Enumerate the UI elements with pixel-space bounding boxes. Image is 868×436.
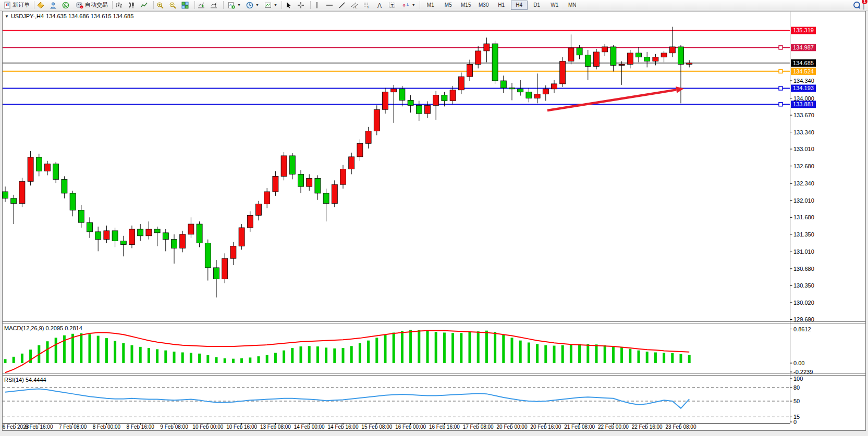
- candle[interactable]: [442, 95, 447, 101]
- candle[interactable]: [500, 81, 506, 88]
- price-chart[interactable]: 134.340134.000133.670133.340133.010132.6…: [0, 0, 868, 436]
- candle[interactable]: [19, 181, 25, 203]
- candle[interactable]: [669, 47, 675, 53]
- candle[interactable]: [636, 53, 642, 57]
- candle[interactable]: [28, 157, 33, 181]
- candle[interactable]: [129, 229, 135, 245]
- bar-chart-icon[interactable]: [115, 1, 126, 9]
- candle[interactable]: [11, 198, 17, 204]
- collapse-triangle-icon[interactable]: ▼: [5, 14, 9, 19]
- candle[interactable]: [552, 84, 557, 89]
- candle[interactable]: [45, 164, 51, 171]
- candle[interactable]: [619, 64, 625, 65]
- line-handle[interactable]: [779, 46, 783, 49]
- candle[interactable]: [585, 55, 591, 67]
- candle[interactable]: [518, 89, 523, 92]
- timeframe-button-M5[interactable]: M5: [440, 1, 457, 10]
- autotrade-button[interactable]: 自动交易: [74, 0, 110, 10]
- text-tool-icon[interactable]: A: [375, 1, 387, 9]
- tile-windows-icon[interactable]: [181, 1, 192, 9]
- line-handle[interactable]: [779, 103, 783, 106]
- cursor-icon[interactable]: [284, 1, 296, 9]
- candle[interactable]: [391, 89, 397, 92]
- chart-title[interactable]: ▼ USDJPY-,H4 134.635 134.686 134.615 134…: [5, 13, 133, 19]
- candle[interactable]: [95, 232, 101, 240]
- candle[interactable]: [112, 231, 118, 241]
- candle[interactable]: [661, 53, 667, 57]
- candle[interactable]: [154, 229, 160, 233]
- timeframe-button-D1[interactable]: D1: [529, 1, 545, 10]
- candle[interactable]: [146, 229, 152, 236]
- candlestick-chart-icon[interactable]: [127, 1, 139, 9]
- candle[interactable]: [323, 193, 329, 204]
- candle[interactable]: [383, 92, 388, 110]
- line-chart-icon[interactable]: [140, 1, 151, 9]
- indicators-button[interactable]: ▼: [226, 0, 243, 10]
- auto-scroll-icon[interactable]: [197, 1, 209, 9]
- candle[interactable]: [340, 169, 346, 185]
- candle[interactable]: [399, 89, 405, 101]
- candle[interactable]: [484, 44, 490, 51]
- candle[interactable]: [230, 246, 236, 258]
- candle[interactable]: [467, 64, 473, 77]
- candle[interactable]: [104, 231, 109, 240]
- candle[interactable]: [568, 48, 574, 61]
- candle[interactable]: [534, 94, 540, 98]
- horizontal-line-tool-icon[interactable]: [325, 1, 337, 9]
- candle[interactable]: [120, 241, 126, 245]
- candle[interactable]: [180, 234, 186, 248]
- market-depth-icon[interactable]: [62, 1, 73, 9]
- candle[interactable]: [172, 240, 177, 248]
- candle[interactable]: [332, 184, 337, 203]
- timeframe-button-M15[interactable]: M15: [458, 1, 474, 10]
- candle[interactable]: [365, 131, 371, 144]
- timeframe-button-H4[interactable]: H4: [511, 1, 528, 10]
- candle[interactable]: [214, 268, 219, 279]
- candle[interactable]: [349, 157, 354, 169]
- candle[interactable]: [289, 156, 295, 174]
- candle[interactable]: [197, 224, 202, 243]
- zoom-out-icon[interactable]: [168, 1, 180, 9]
- candle[interactable]: [163, 233, 168, 240]
- candle[interactable]: [526, 92, 532, 98]
- text-label-tool-icon[interactable]: T: [388, 1, 399, 9]
- candle[interactable]: [281, 156, 287, 176]
- candle[interactable]: [188, 224, 194, 234]
- templates-button[interactable]: ▼: [262, 0, 279, 10]
- candle[interactable]: [678, 47, 684, 65]
- candle[interactable]: [264, 192, 270, 204]
- candle[interactable]: [36, 157, 42, 171]
- candle[interactable]: [357, 143, 363, 157]
- timeframe-button-W1[interactable]: W1: [546, 1, 563, 10]
- candle[interactable]: [416, 105, 422, 114]
- candle[interactable]: [53, 164, 59, 180]
- candle[interactable]: [70, 193, 76, 210]
- candle[interactable]: [138, 229, 143, 236]
- arrows-tool-button[interactable]: ▼: [400, 0, 418, 10]
- zoom-in-icon[interactable]: [156, 1, 167, 9]
- new-order-button[interactable]: 新订单: [2, 0, 32, 10]
- timeframe-button-M1[interactable]: M1: [422, 1, 439, 10]
- candle[interactable]: [273, 176, 278, 192]
- candle[interactable]: [408, 100, 413, 105]
- candle[interactable]: [374, 109, 380, 131]
- candle[interactable]: [543, 89, 548, 94]
- candle[interactable]: [298, 174, 304, 186]
- candle[interactable]: [450, 90, 456, 101]
- fibonacci-tool-icon[interactable]: F: [363, 1, 374, 9]
- candle[interactable]: [433, 95, 439, 106]
- candle[interactable]: [560, 61, 566, 84]
- candle[interactable]: [307, 178, 312, 186]
- notifications-button[interactable]: 1: [863, 1, 864, 10]
- candle[interactable]: [239, 228, 244, 246]
- candle[interactable]: [627, 53, 633, 65]
- candle[interactable]: [475, 51, 481, 65]
- profile-icon[interactable]: [49, 1, 60, 9]
- candle[interactable]: [644, 57, 650, 61]
- candle[interactable]: [687, 63, 692, 64]
- vertical-line-tool-icon[interactable]: [313, 1, 324, 9]
- candle[interactable]: [222, 258, 228, 279]
- equidistant-channel-tool-icon[interactable]: E: [350, 1, 362, 9]
- timeframe-button-MN[interactable]: MN: [564, 1, 581, 10]
- candle[interactable]: [509, 88, 515, 89]
